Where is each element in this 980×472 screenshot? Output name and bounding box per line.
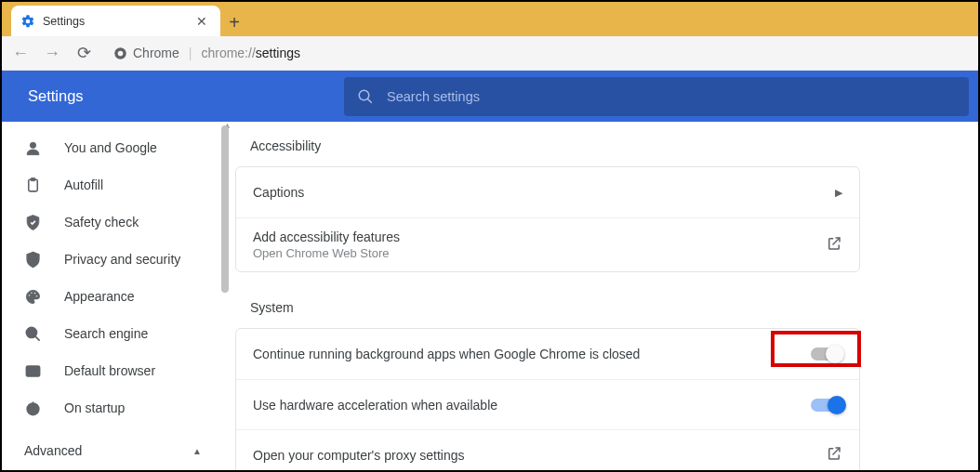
search-icon [357, 88, 374, 105]
accessibility-card: Captions ▶ Add accessibility features Op… [235, 166, 860, 272]
sidebar-item-appearance[interactable]: Appearance [2, 278, 230, 315]
svg-rect-6 [31, 177, 35, 180]
settings-gear-icon [20, 14, 35, 29]
chrome-chip-label: Chrome [133, 46, 179, 60]
sidebar-item-label: Default browser [64, 363, 155, 378]
sidebar-item-privacy[interactable]: Privacy and security [2, 241, 230, 278]
sidebar-item-label: On startup [64, 400, 125, 415]
toggle-background-apps[interactable] [811, 347, 842, 361]
back-button[interactable]: ← [11, 44, 30, 63]
row-label: Open your computer's proxy settings [253, 448, 813, 463]
row-label: Add accessibility features Open Chrome W… [253, 229, 813, 260]
sidebar-item-label: You and Google [64, 140, 157, 155]
search-settings-input[interactable] [387, 89, 956, 104]
svg-line-3 [367, 98, 372, 103]
clipboard-icon [24, 177, 42, 194]
power-icon [24, 400, 42, 417]
row-background-apps[interactable]: Continue running background apps when Go… [236, 329, 859, 379]
chevron-up-icon: ▲ [192, 446, 202, 456]
sidebar-item-autofill[interactable]: Autofill [2, 166, 230, 203]
svg-point-7 [29, 294, 31, 295]
shield-check-icon [24, 214, 42, 231]
browser-window-icon [24, 362, 42, 380]
omnibox[interactable]: Chrome | chrome://settings [106, 46, 969, 60]
sidebar-item-label: Appearance [64, 289, 135, 304]
chevron-right-icon: ▶ [835, 187, 842, 199]
sidebar-item-on-startup[interactable]: On startup [2, 389, 230, 426]
browser-tab-settings[interactable]: Settings ✕ [11, 6, 220, 36]
shield-icon [24, 251, 42, 269]
section-heading-system: System [250, 300, 978, 315]
advanced-label: Advanced [24, 443, 82, 458]
row-add-accessibility-features[interactable]: Add accessibility features Open Chrome W… [236, 217, 859, 271]
settings-main: Accessibility Captions ▶ Add accessibili… [230, 122, 978, 470]
row-label: Use hardware acceleration when available [253, 398, 798, 413]
row-proxy-settings[interactable]: Open your computer's proxy settings [236, 429, 859, 470]
svg-point-1 [118, 50, 124, 56]
toggle-hardware-acceleration[interactable] [811, 399, 842, 412]
row-captions[interactable]: Captions ▶ [236, 167, 859, 217]
tab-close-icon[interactable]: ✕ [192, 14, 211, 29]
sidebar-item-label: Privacy and security [64, 252, 180, 267]
page-title: Settings [2, 87, 344, 105]
sidebar-item-label: Safety check [64, 215, 139, 229]
sidebar-item-label: Autofill [64, 177, 103, 192]
svg-point-8 [31, 292, 33, 294]
row-label: Captions [253, 185, 822, 200]
forward-button[interactable]: → [43, 44, 61, 63]
person-icon [24, 139, 42, 157]
app-header: Settings [2, 71, 978, 122]
svg-point-11 [26, 327, 36, 337]
section-heading-accessibility: Accessibility [250, 138, 978, 153]
url-text: chrome://settings [201, 46, 300, 60]
row-hardware-acceleration[interactable]: Use hardware acceleration when available [236, 379, 859, 429]
sidebar-scrollbar[interactable] [221, 125, 229, 293]
svg-rect-13 [26, 365, 39, 375]
tab-title: Settings [43, 15, 192, 28]
sidebar-advanced-toggle[interactable]: Advanced ▲ [2, 432, 230, 469]
svg-point-10 [35, 295, 37, 296]
svg-point-2 [359, 90, 369, 100]
search-settings-field[interactable] [344, 77, 969, 116]
new-tab-button[interactable]: + [220, 8, 248, 36]
svg-point-4 [30, 142, 35, 148]
sidebar-item-you-and-google[interactable]: You and Google [2, 129, 230, 166]
palette-icon [24, 288, 42, 306]
svg-line-12 [35, 335, 40, 340]
row-sublabel: Open Chrome Web Store [253, 246, 813, 260]
browser-tabstrip: Settings ✕ + [2, 2, 978, 36]
chrome-chip: Chrome [113, 46, 179, 60]
svg-point-9 [33, 292, 35, 294]
open-external-icon [826, 445, 842, 465]
sidebar-item-safety-check[interactable]: Safety check [2, 203, 230, 241]
sidebar-item-label: Search engine [64, 326, 148, 341]
system-card: Continue running background apps when Go… [235, 328, 860, 470]
settings-sidebar: ▴ You and Google Autofill Safety check P… [2, 122, 230, 470]
sidebar-item-search-engine[interactable]: Search engine [2, 315, 230, 352]
search-icon [24, 325, 42, 343]
sidebar-item-default-browser[interactable]: Default browser [2, 352, 230, 389]
omnibox-separator: | [189, 46, 192, 60]
reload-button[interactable]: ⟳ [74, 43, 93, 63]
row-label: Continue running background apps when Go… [253, 347, 798, 361]
open-external-icon [826, 235, 842, 255]
chrome-icon [113, 46, 127, 60]
browser-toolbar: ← → ⟳ Chrome | chrome://settings [2, 36, 978, 71]
